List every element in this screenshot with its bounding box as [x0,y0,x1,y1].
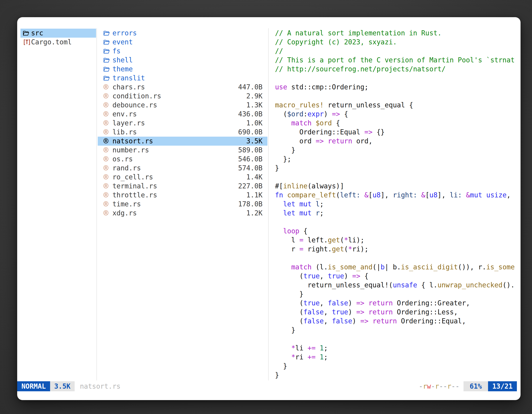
file-name: env.rs [113,110,137,119]
file-row[interactable]: ®throttle.rs1.1K [98,191,267,200]
file-row[interactable]: ®number.rs589.0B [98,146,267,155]
current-filename: natsort.rs [80,382,121,390]
folder-row[interactable]: translit [98,74,267,83]
pane-separator [268,28,269,380]
rust-file-icon: ® [104,128,113,137]
code-line: let mut r; [275,209,521,218]
file-name: lib.rs [113,128,137,137]
code-line: // [275,47,521,56]
file-name: theme [113,65,133,74]
code-line: } [275,290,521,299]
file-row[interactable]: ®env.rs436.0B [98,110,267,119]
file-permissions: -rw-r--r-- [419,382,459,390]
code-line: *ri += 1; [275,353,521,362]
mode-indicator: NORMAL [17,381,50,391]
file-size: 3.5K [246,137,267,146]
file-name: throttle.rs [113,191,157,200]
rust-file-icon: ® [104,164,113,173]
file-name: xdg.rs [113,209,137,218]
file-row[interactable]: [T]Cargo.toml [20,38,96,47]
file-row[interactable]: ®chars.rs447.0B [98,83,267,92]
code-line: // A natural sort implementation in Rust… [275,29,521,38]
rust-file-icon: ® [104,83,113,92]
rust-file-icon: ® [104,92,113,101]
file-name: src [31,29,43,38]
current-directory-pane: errorseventfsshellthemetranslit®chars.rs… [98,29,267,218]
code-line: use std::cmp::Ordering; [275,83,521,92]
file-row[interactable]: ®debounce.rs1.3K [98,101,267,110]
code-line: // http://sourcefrog.net/projects/natsor… [275,65,521,74]
code-line [275,74,521,83]
rust-file-icon: ® [104,146,113,155]
code-line: }; [275,155,521,164]
rust-file-icon: ® [104,110,113,119]
file-name: rand.rs [113,164,141,173]
file-row[interactable]: ®ro_cell.rs1.4K [98,173,267,182]
folder-row[interactable]: event [98,38,267,47]
folder-row[interactable]: errors [98,29,267,38]
code-line: } [275,326,521,335]
code-line: return_unless_equal!(unsafe { l.unwrap_u… [275,281,521,290]
folder-icon [23,30,31,36]
file-size: 1.3K [246,101,267,110]
file-name: layer.rs [113,119,145,128]
folder-row[interactable]: theme [98,65,267,74]
file-row[interactable]: ®os.rs546.0B [98,155,267,164]
code-line: (false, false) => return Ordering::Equal… [275,317,521,326]
file-name: condition.rs [113,92,161,101]
file-row[interactable]: ®layer.rs1.0K [98,119,267,128]
code-line: r = right.get(*ri); [275,245,521,254]
code-line: // Copyright (c) 2023, sxyazi. [275,38,521,47]
file-row[interactable]: ®condition.rs2.9K [98,92,267,101]
folder-row[interactable]: fs [98,47,267,56]
code-line: *li += 1; [275,344,521,353]
rust-file-icon: ® [104,200,113,209]
yazi-file-manager-window: src[T]Cargo.toml errorseventfsshelltheme… [17,17,521,400]
folder-row[interactable]: shell [98,56,267,65]
file-name: number.rs [113,146,149,155]
rust-file-icon: ® [104,209,113,218]
code-line: (true, false) => return Ordering::Greate… [275,299,521,308]
file-size: 589.0B [238,146,267,155]
rust-file-icon: ® [104,182,113,191]
rust-file-icon: ® [104,101,113,110]
file-row-selected[interactable]: ®natsort.rs3.5K [98,137,267,146]
code-line: l = left.get(*li); [275,236,521,245]
file-row[interactable]: ®rand.rs574.0B [98,164,267,173]
code-line: (false, true) => return Ordering::Less, [275,308,521,317]
status-bar: NORMAL 3.5K natsort.rs -rw-r--r-- 61% 13… [17,381,521,391]
file-row[interactable]: ®time.rs178.0B [98,200,267,209]
code-line: (true, true) => { [275,272,521,281]
file-name: event [113,38,133,47]
file-row[interactable]: ®xdg.rs1.2K [98,209,267,218]
file-name: fs [113,47,121,56]
folder-row-selected[interactable]: src [20,29,96,38]
rust-file-icon: ® [104,119,113,128]
code-line [275,92,521,101]
file-row[interactable]: ®lib.rs690.0B [98,128,267,137]
file-name: errors [113,29,137,38]
code-line: Ordering::Equal => {} [275,128,521,137]
code-line: loop { [275,227,521,236]
file-size: 227.0B [238,182,267,191]
file-name: ro_cell.rs [113,173,153,182]
code-line: macro_rules! return_unless_equal { [275,101,521,110]
file-size-badge: 3.5K [50,381,75,391]
folder-icon [104,66,113,72]
status-bar-right: -rw-r--r-- 61% 13/21 [419,381,517,391]
folder-icon [104,30,113,36]
folder-icon [104,57,113,63]
pane-separator [96,28,97,380]
code-line [275,254,521,263]
file-size: 1.4K [246,173,267,182]
file-size: 436.0B [238,110,267,119]
code-line [275,218,521,227]
folder-icon [104,39,113,45]
code-line: ($ord:expr) => { [275,110,521,119]
rust-file-icon: ® [104,173,113,182]
file-name: terminal.rs [113,182,157,191]
rust-file-icon: ® [104,155,113,164]
code-line: } [275,146,521,155]
file-row[interactable]: ®terminal.rs227.0B [98,182,267,191]
scroll-percent-badge: 61% [464,381,488,391]
